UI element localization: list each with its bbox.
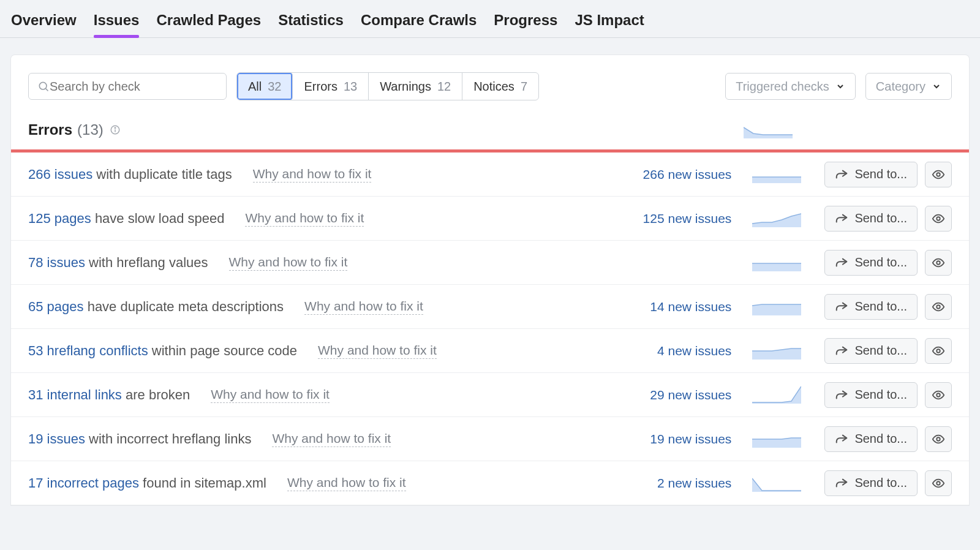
why-how-fix-link[interactable]: Why and how to fix it — [211, 387, 330, 403]
svg-point-12 — [937, 481, 940, 485]
forward-icon — [835, 344, 848, 358]
new-issues-count[interactable]: 266 new issues — [609, 167, 731, 182]
tab-progress[interactable]: Progress — [494, 12, 557, 37]
issue-count-link[interactable]: 17 incorrect pages — [28, 475, 139, 491]
issue-count-link[interactable]: 78 issues — [28, 255, 85, 270]
view-button[interactable] — [925, 294, 952, 320]
segment-label: All — [248, 80, 262, 94]
tab-overview[interactable]: Overview — [11, 12, 77, 37]
forward-icon — [835, 388, 848, 402]
chevron-down-icon — [932, 81, 941, 91]
issue-count-link[interactable]: 53 hreflang conflicts — [28, 343, 148, 358]
trend-sparkline — [752, 208, 804, 230]
svg-point-7 — [937, 261, 940, 265]
why-how-fix-link[interactable]: Why and how to fix it — [287, 475, 406, 491]
issue-text[interactable]: 65 pages have duplicate meta description… — [28, 299, 284, 315]
why-how-fix-link[interactable]: Why and how to fix it — [245, 211, 364, 227]
search-icon — [37, 80, 50, 92]
view-button[interactable] — [925, 426, 952, 452]
new-issues-count[interactable]: 19 new issues — [609, 432, 731, 446]
issue-text[interactable]: 53 hreflang conflicts within page source… — [28, 343, 297, 359]
segment-label: Warnings — [380, 80, 431, 94]
issue-text[interactable]: 31 internal links are broken — [28, 387, 190, 403]
forward-icon — [835, 168, 848, 181]
view-button[interactable] — [925, 206, 952, 232]
eye-icon — [932, 256, 945, 269]
search-input[interactable] — [50, 80, 217, 94]
triggered-checks-dropdown[interactable]: Triggered checks — [725, 73, 856, 100]
eye-icon — [932, 344, 945, 358]
info-icon[interactable] — [110, 124, 121, 135]
issue-row: 65 pages have duplicate meta description… — [11, 285, 969, 329]
send-to-button[interactable]: Send to... — [824, 382, 918, 408]
why-how-fix-link[interactable]: Why and how to fix it — [229, 255, 348, 271]
why-how-fix-link[interactable]: Why and how to fix it — [253, 167, 372, 183]
why-how-fix-link[interactable]: Why and how to fix it — [304, 299, 423, 315]
new-issues-count[interactable]: 125 new issues — [609, 211, 731, 226]
issue-count-link[interactable]: 65 pages — [28, 299, 84, 314]
issue-text[interactable]: 266 issues with duplicate title tags — [28, 167, 232, 183]
trend-sparkline — [752, 296, 804, 318]
svg-point-8 — [937, 305, 940, 309]
issue-text[interactable]: 17 incorrect pages found in sitemap.xml — [28, 475, 266, 491]
issue-count-link[interactable]: 125 pages — [28, 211, 91, 226]
send-to-label: Send to... — [854, 255, 907, 269]
segment-notices[interactable]: Notices7 — [462, 73, 538, 100]
new-issues-count[interactable]: 14 new issues — [609, 299, 731, 314]
send-to-button[interactable]: Send to... — [824, 294, 918, 320]
new-issues-count[interactable]: 29 new issues — [609, 388, 731, 402]
why-how-fix-link[interactable]: Why and how to fix it — [318, 343, 437, 359]
eye-icon — [932, 168, 945, 181]
new-issues-count[interactable]: 4 new issues — [609, 344, 731, 358]
send-to-button[interactable]: Send to... — [824, 470, 918, 496]
trend-sparkline — [752, 472, 804, 494]
new-issues-count[interactable]: 2 new issues — [609, 476, 731, 491]
view-button[interactable] — [925, 162, 952, 187]
send-to-label: Send to... — [854, 211, 907, 225]
tab-statistics[interactable]: Statistics — [278, 12, 344, 37]
tab-issues[interactable]: Issues — [94, 12, 140, 37]
tab-compare-crawls[interactable]: Compare Crawls — [361, 12, 477, 37]
issue-count-link[interactable]: 266 issues — [28, 167, 92, 182]
category-dropdown[interactable]: Category — [865, 73, 952, 100]
send-to-button[interactable]: Send to... — [824, 250, 918, 276]
eye-icon — [932, 388, 945, 402]
svg-point-0 — [39, 82, 47, 89]
why-how-fix-link[interactable]: Why and how to fix it — [272, 431, 391, 447]
forward-icon — [835, 256, 848, 269]
chevron-down-icon — [835, 81, 845, 91]
view-button[interactable] — [925, 382, 952, 408]
issue-count-link[interactable]: 19 issues — [28, 431, 85, 446]
send-to-button[interactable]: Send to... — [824, 426, 918, 452]
trend-sparkline — [752, 428, 804, 450]
segment-warnings[interactable]: Warnings12 — [369, 73, 462, 100]
send-to-button[interactable]: Send to... — [824, 162, 918, 187]
issue-text[interactable]: 78 issues with hreflang values — [28, 255, 208, 271]
forward-icon — [835, 432, 848, 446]
svg-point-10 — [937, 393, 940, 397]
segment-all[interactable]: All32 — [237, 73, 293, 100]
send-to-button[interactable]: Send to... — [824, 206, 918, 232]
send-to-button[interactable]: Send to... — [824, 338, 918, 364]
issue-row: 19 issues with incorrect hreflang linksW… — [11, 417, 969, 461]
view-button[interactable] — [925, 470, 952, 496]
issue-row: 78 issues with hreflang valuesWhy and ho… — [11, 241, 969, 285]
issue-count-link[interactable]: 31 internal links — [28, 387, 122, 402]
issue-text[interactable]: 19 issues with incorrect hreflang links — [28, 431, 251, 447]
issue-text[interactable]: 125 pages have slow load speed — [28, 211, 224, 227]
send-to-label: Send to... — [854, 167, 907, 181]
issue-row: 266 issues with duplicate title tagsWhy … — [11, 153, 969, 197]
issue-row: 125 pages have slow load speedWhy and ho… — [11, 197, 969, 241]
view-button[interactable] — [925, 250, 952, 276]
send-to-label: Send to... — [854, 344, 907, 358]
segment-count: 13 — [344, 80, 357, 94]
send-to-label: Send to... — [854, 388, 907, 402]
view-button[interactable] — [925, 338, 952, 364]
tab-js-impact[interactable]: JS Impact — [575, 12, 644, 37]
dropdown-label: Category — [876, 80, 925, 94]
send-to-label: Send to... — [854, 299, 907, 314]
segment-count: 32 — [268, 80, 281, 94]
search-input-wrap[interactable] — [28, 73, 227, 100]
segment-errors[interactable]: Errors13 — [293, 73, 369, 100]
tab-crawled-pages[interactable]: Crawled Pages — [156, 12, 261, 37]
